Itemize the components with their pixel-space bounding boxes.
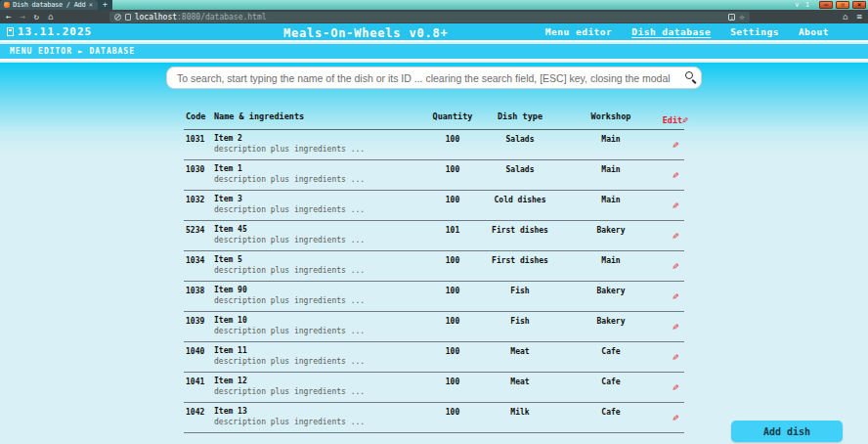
table-header-row: Code Name & ingredients Quantity Dish ty…	[184, 105, 684, 130]
edit-pencil-icon: ✎	[682, 114, 688, 125]
window-titlebar: Dish database / Add dish × + ∨ 1 – ▫ ×	[0, 0, 868, 10]
reload-icon[interactable]: ↻	[34, 10, 39, 23]
row-workshop: Main	[552, 196, 670, 204]
row-description: description plus ingredients ...	[214, 387, 365, 396]
row-name: Item 2	[214, 134, 365, 143]
add-dish-button[interactable]: Add dish	[731, 421, 843, 442]
row-name-cell: Item 5 description plus ingredients ...	[214, 255, 365, 275]
row-name-cell: Item 13 description plus ingredients ...	[214, 407, 365, 426]
search-input[interactable]	[166, 67, 702, 89]
breadcrumb-bar: MENU EDITOR ► DATABASE	[0, 44, 868, 61]
edit-pencil-icon[interactable]: ✎	[673, 413, 679, 423]
header-nav-links: Menu editorDish databaseSettingsAbout	[545, 26, 868, 38]
search-bar	[166, 67, 702, 89]
edit-label: Edit	[663, 115, 682, 125]
row-name: Item 3	[214, 195, 365, 203]
row-code: 1032	[186, 196, 213, 204]
save-page-icon[interactable]: ↓	[728, 14, 735, 21]
browser-window: Dish database / Add dish × + ∨ 1 – ▫ × ←…	[0, 0, 868, 444]
table-row: 1040 Item 11 description plus ingredient…	[184, 342, 684, 373]
row-description: description plus ingredients ...	[214, 175, 365, 184]
page-info-icon[interactable]	[125, 14, 131, 21]
row-name-cell: Item 2 description plus ingredients ...	[214, 134, 365, 154]
row-code: 1042	[186, 408, 213, 417]
edit-pencil-icon[interactable]: ✎	[673, 231, 679, 242]
table-row: 1041 Item 12 description plus ingredient…	[184, 373, 684, 403]
table-body: 1031 Item 2 description plus ingredients…	[184, 130, 684, 433]
row-name: Item 1	[214, 164, 365, 173]
edit-pencil-icon[interactable]: ✎	[673, 170, 679, 181]
nav-link[interactable]: Dish database	[631, 26, 711, 38]
edit-pencil-icon[interactable]: ✎	[673, 322, 679, 333]
nav-link[interactable]: Settings	[730, 26, 779, 38]
row-name: Item 90	[214, 286, 365, 294]
row-description: description plus ingredients ...	[214, 145, 365, 154]
row-workshop: Cafe	[552, 377, 670, 386]
row-workshop: Main	[552, 256, 670, 265]
row-name-cell: Item 3 description plus ingredients ...	[214, 195, 365, 214]
app-header: 13.11.2025 Meals-On-Wheels v0.8+ Menu ed…	[0, 23, 868, 42]
url-bar[interactable]: localhost:8080/database.html ↓ ☆	[109, 12, 750, 22]
row-description: description plus ingredients ...	[214, 296, 365, 305]
dish-table: Code Name & ingredients Quantity Dish ty…	[184, 105, 684, 433]
row-name-cell: Item 10 description plus ingredients ...	[214, 316, 365, 335]
tab-close-icon[interactable]: ×	[89, 1, 93, 9]
row-workshop: Main	[552, 135, 670, 144]
edit-pencil-icon[interactable]: ✎	[673, 382, 679, 393]
row-code: 1031	[186, 135, 213, 144]
window-minimize-button[interactable]: –	[819, 1, 833, 9]
row-description: description plus ingredients ...	[214, 357, 365, 366]
calendar-icon	[7, 27, 14, 36]
nav-link[interactable]: About	[799, 26, 829, 38]
nav-link[interactable]: Menu editor	[545, 26, 612, 38]
row-description: description plus ingredients ...	[214, 327, 365, 335]
edit-pencil-icon[interactable]: ✎	[673, 140, 679, 151]
row-workshop: Bakery	[552, 317, 670, 326]
table-row: 1031 Item 2 description plus ingredients…	[184, 130, 684, 160]
search-icon[interactable]	[685, 71, 693, 79]
web-page: 13.11.2025 Meals-On-Wheels v0.8+ Menu ed…	[0, 23, 868, 444]
row-code: 5234	[186, 226, 213, 235]
header-edit: Edit✎	[659, 109, 692, 127]
edit-pencil-icon[interactable]: ✎	[673, 291, 679, 302]
row-description: description plus ingredients ...	[214, 266, 365, 275]
forward-icon[interactable]: →	[20, 10, 24, 23]
bookmark-star-icon[interactable]: ☆	[739, 12, 744, 22]
window-close-button[interactable]: ×	[852, 1, 866, 9]
row-description: description plus ingredients ...	[214, 205, 365, 214]
row-code: 1038	[186, 287, 213, 295]
row-workshop: Bakery	[552, 287, 670, 295]
tracking-protection-icon[interactable]	[114, 14, 121, 21]
row-code: 1034	[186, 256, 213, 265]
url-text[interactable]: localhost:8080/database.html	[135, 13, 267, 22]
row-workshop: Cafe	[552, 408, 670, 417]
titlebar-drag-area: ∨ 1 – ▫ ×	[112, 0, 868, 10]
row-name-cell: Item 45 description plus ingredients ...	[214, 225, 365, 244]
edit-pencil-icon[interactable]: ✎	[673, 200, 679, 211]
header-code: Code	[186, 111, 213, 121]
edit-pencil-icon[interactable]: ✎	[673, 352, 679, 363]
lightbulb-icon[interactable]	[848, 26, 860, 38]
row-name-cell: Item 12 description plus ingredients ...	[214, 377, 365, 396]
table-row: 1038 Item 90 description plus ingredient…	[184, 282, 684, 312]
home-icon[interactable]: ⌂	[48, 10, 53, 23]
tab-counter[interactable]: ∨ 1	[795, 1, 810, 9]
window-maximize-button[interactable]: ▫	[836, 1, 849, 9]
back-icon[interactable]: ←	[6, 10, 11, 23]
menu-hamburger-icon[interactable]: ≡	[857, 10, 862, 23]
row-code: 1039	[186, 317, 213, 326]
edit-pencil-icon[interactable]: ✎	[673, 261, 679, 272]
row-workshop: Bakery	[552, 226, 670, 235]
browser-tab[interactable]: Dish database / Add dish ×	[0, 0, 98, 10]
header-workshop: Workshop	[552, 111, 670, 121]
url-path: :8080/database.html	[177, 13, 267, 22]
new-tab-button[interactable]: +	[98, 0, 112, 10]
row-name: Item 13	[214, 407, 365, 416]
header-name: Name & ingredients	[214, 111, 304, 121]
row-name: Item 10	[214, 316, 365, 325]
library-home-icon[interactable]: ⌂	[843, 10, 847, 23]
row-name: Item 45	[214, 225, 365, 234]
table-row: 5234 Item 45 description plus ingredient…	[184, 221, 684, 251]
tab-title: Dish database / Add dish	[13, 1, 86, 9]
row-name: Item 11	[214, 346, 365, 355]
